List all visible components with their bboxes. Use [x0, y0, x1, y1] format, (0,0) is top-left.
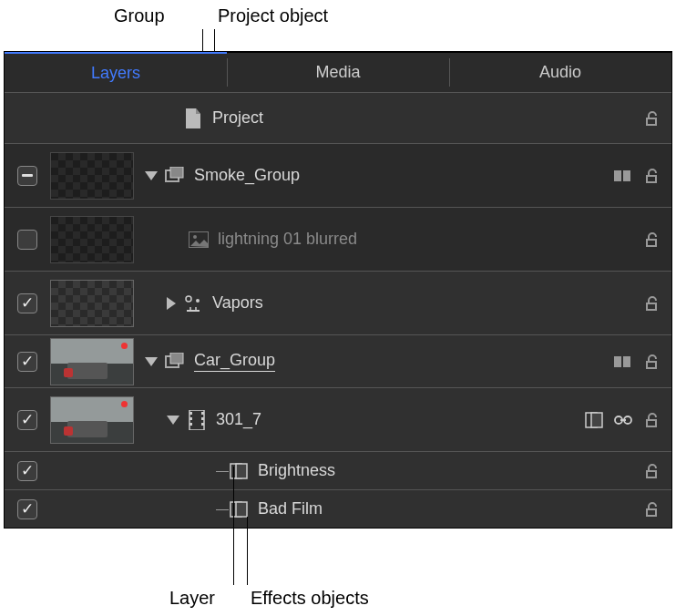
lock-icon[interactable]	[642, 167, 662, 185]
right-icons	[613, 167, 662, 185]
disclosure-triangle[interactable]	[167, 297, 176, 310]
thumbnail-301-7[interactable]	[50, 396, 134, 444]
tab-media[interactable]: Media	[227, 52, 449, 92]
svg-point-6	[186, 296, 191, 302]
tree-project: Project	[139, 108, 642, 128]
right-icons	[584, 411, 662, 429]
right-icons	[642, 500, 662, 518]
visibility-checkbox[interactable]	[17, 230, 37, 250]
svg-rect-18	[201, 423, 204, 426]
tab-audio-label: Audio	[539, 63, 581, 82]
tabs-bar: Layers Media Audio	[5, 52, 671, 92]
svg-rect-13	[189, 412, 192, 415]
lock-icon[interactable]	[642, 462, 662, 480]
row-brightness[interactable]: Brightness	[5, 451, 671, 489]
disclosure-triangle[interactable]	[167, 416, 179, 425]
annotation-layer: Layer	[169, 588, 215, 609]
lock-icon[interactable]	[642, 231, 662, 249]
thumbnail-lightning[interactable]	[50, 216, 134, 263]
lock-icon[interactable]	[642, 353, 662, 371]
annotation-project-object: Project object	[218, 5, 328, 26]
lock-icon[interactable]	[642, 109, 662, 128]
visibility-checkbox[interactable]	[17, 461, 37, 481]
filter-icon	[229, 499, 249, 519]
disclosure-triangle[interactable]	[145, 357, 158, 366]
checkbox-cell	[5, 410, 50, 430]
lightning-label[interactable]: lightning 01 blurred	[218, 230, 357, 249]
visibility-checkbox[interactable]	[17, 410, 37, 430]
svg-rect-15	[189, 423, 192, 426]
svg-point-7	[196, 299, 200, 303]
layers-panel: Layers Media Audio Project	[4, 51, 672, 529]
checkbox-cell	[5, 499, 50, 519]
svg-rect-2	[614, 170, 621, 181]
right-icons	[642, 294, 662, 313]
row-clip-301-7[interactable]: 301_7	[5, 387, 671, 451]
group-icon	[165, 166, 185, 186]
svg-rect-20	[591, 413, 602, 427]
tab-media-label: Media	[315, 63, 360, 82]
layer-rows: Project Smoke_Group	[5, 92, 671, 528]
svg-rect-10	[614, 356, 621, 367]
visibility-checkbox[interactable]	[17, 352, 37, 372]
tree-clip-301-7: 301_7	[139, 410, 584, 430]
filter-icon	[229, 461, 249, 481]
filter-badge-icon[interactable]	[584, 411, 604, 429]
leader-layer	[233, 467, 234, 585]
right-icons-project	[642, 109, 662, 128]
visibility-checkbox[interactable]	[17, 166, 37, 186]
svg-rect-3	[623, 170, 630, 181]
project-icon	[183, 108, 203, 128]
svg-rect-24	[236, 502, 247, 517]
visibility-checkbox[interactable]	[17, 293, 37, 313]
tab-layers[interactable]: Layers	[5, 52, 227, 92]
right-icons	[642, 231, 662, 249]
checkbox-cell	[5, 166, 50, 186]
row-vapors[interactable]: Vapors	[5, 271, 671, 334]
link-icon[interactable]	[613, 411, 633, 429]
vapors-label[interactable]: Vapors	[212, 293, 263, 313]
lock-icon[interactable]	[642, 411, 662, 429]
clip-301-7-label[interactable]: 301_7	[216, 410, 261, 429]
visibility-checkbox[interactable]	[17, 499, 37, 519]
tree-car-group: Car_Group	[139, 351, 613, 372]
filmstrip-icon	[187, 410, 207, 430]
tree-lightning: lightning 01 blurred	[139, 230, 642, 250]
row-smoke-group[interactable]: Smoke_Group	[5, 143, 671, 207]
annotation-group: Group	[114, 5, 165, 26]
svg-rect-22	[236, 464, 247, 478]
bad-film-label[interactable]: Bad Film	[258, 499, 323, 518]
svg-rect-16	[201, 412, 204, 415]
car-group-label[interactable]: Car_Group	[194, 351, 275, 372]
checkbox-cell	[5, 293, 50, 313]
annotations-top: Group Project object	[0, 5, 676, 51]
thumbnail-smoke-group[interactable]	[50, 152, 134, 200]
leader-effects-objects	[247, 517, 248, 585]
emitter-icon	[183, 293, 203, 313]
project-label[interactable]: Project	[212, 108, 263, 128]
thumbnail-vapors[interactable]	[50, 280, 134, 327]
thumbnail-car-group[interactable]	[50, 338, 134, 385]
blend-mode-icon[interactable]	[613, 167, 633, 185]
smoke-group-label[interactable]: Smoke_Group	[194, 166, 300, 185]
svg-rect-11	[623, 356, 630, 367]
annotations-bottom: Layer Effects objects	[0, 563, 676, 609]
disclosure-triangle[interactable]	[145, 171, 158, 180]
svg-rect-1	[170, 167, 183, 178]
svg-rect-9	[170, 353, 183, 364]
blend-mode-icon[interactable]	[613, 353, 633, 371]
lock-icon[interactable]	[642, 294, 662, 313]
brightness-label[interactable]: Brightness	[258, 461, 335, 480]
tab-layers-label: Layers	[91, 64, 140, 83]
checkbox-cell	[5, 461, 50, 481]
row-bad-film[interactable]: Bad Film	[5, 489, 671, 528]
lock-icon[interactable]	[642, 500, 662, 518]
tab-audio[interactable]: Audio	[449, 52, 671, 92]
row-lightning[interactable]: lightning 01 blurred	[5, 207, 671, 271]
row-car-group[interactable]: Car_Group	[5, 334, 671, 387]
tree-bad-film: Bad Film	[139, 499, 642, 519]
row-project[interactable]: Project	[5, 92, 671, 143]
annotation-effects-objects: Effects objects	[251, 588, 369, 609]
right-icons	[613, 353, 662, 371]
group-icon	[165, 352, 185, 372]
